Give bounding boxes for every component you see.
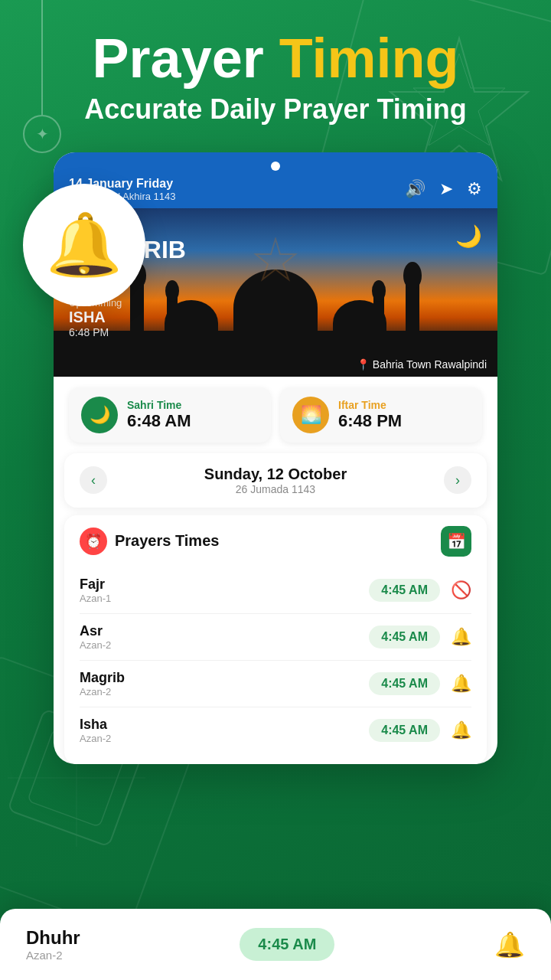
dhuhr-info: Dhuhr Azan-2 (26, 927, 80, 962)
fajr-azan: Azan-1 (80, 593, 111, 604)
fajr-info: Fajr Azan-1 (80, 577, 111, 604)
isha-bell-icon[interactable]: 🔔 (451, 720, 471, 740)
status-dot (271, 162, 280, 171)
svg-point-23 (372, 280, 386, 302)
fajr-row: Fajr Azan-1 4:45 AM 🚫 (80, 567, 471, 614)
magrib-name: Magrib (80, 670, 125, 686)
sahri-time: 6:48 AM (127, 411, 191, 431)
calendar-button[interactable]: 📅 (441, 526, 471, 557)
magrib-info: Magrib Azan-2 (80, 670, 125, 697)
magrib-bell-icon[interactable]: 🔔 (451, 674, 471, 694)
asr-info: Asr Azan-2 (80, 623, 111, 651)
upcoming-time: 6:48 PM (69, 326, 122, 338)
title-block: Prayer Timing Accurate Daily Prayer Timi… (38, 31, 513, 128)
asr-time: 4:45 AM (369, 626, 440, 648)
dhuhr-time: 4:45 AM (240, 928, 334, 961)
location-text: Bahria Town Rawalpindi (373, 358, 487, 371)
asr-name: Asr (80, 623, 111, 639)
dhuhr-bell-icon[interactable]: 🔔 (494, 930, 525, 959)
location-bar: 📍 Bahria Town Rawalpindi (357, 358, 487, 371)
svg-rect-9 (233, 308, 318, 354)
upcoming-name: ISHA (69, 309, 122, 326)
asr-azan: Azan-2 (80, 639, 111, 651)
bell-icon: 🔔 (46, 209, 122, 281)
iftar-label: Iftar Time (338, 399, 402, 411)
dhuhr-name: Dhuhr (26, 927, 80, 949)
star-mid-deco (253, 237, 298, 286)
moon-icon: 🌙 (455, 224, 482, 249)
subtitle: Accurate Daily Prayer Timing (38, 92, 513, 128)
magrib-right: 4:45 AM 🔔 (369, 672, 471, 695)
date-nav: ‹ Sunday, 12 October 26 Jumada 1143 › (64, 453, 487, 508)
prayers-section: ⏰ Prayers Times 📅 Fajr Azan-1 4:45 AM 🚫 (64, 515, 487, 764)
main-content: Prayer Timing Accurate Daily Prayer Timi… (0, 0, 551, 980)
top-icons: 🔊 ➤ ⚙ (405, 179, 482, 199)
fajr-time: 4:45 AM (369, 579, 440, 602)
prev-date-button[interactable]: ‹ (80, 466, 107, 494)
magrib-time: 4:45 AM (369, 672, 440, 695)
iftar-icon: 🌅 (301, 405, 321, 425)
location-pin-icon: 📍 (357, 358, 370, 371)
volume-icon[interactable]: 🔊 (405, 179, 425, 199)
magrib-row: Magrib Azan-2 4:45 AM 🔔 (80, 661, 471, 707)
share-icon[interactable]: ➤ (439, 179, 453, 199)
app-top-bar: 14 January Friday 11 Jumadal Akhira 1143… (69, 174, 482, 208)
date-hijri-nav: 26 Jumada 1143 (204, 483, 347, 495)
isha-right: 4:45 AM 🔔 (369, 719, 471, 742)
svg-marker-6 (256, 239, 295, 279)
next-date-button[interactable]: › (444, 466, 471, 494)
isha-time: 4:45 AM (369, 719, 440, 742)
fajr-bell-icon[interactable]: 🚫 (451, 580, 471, 600)
settings-icon[interactable]: ⚙ (467, 179, 482, 199)
iftar-info: Iftar Time 6:48 PM (338, 399, 402, 431)
fajr-name: Fajr (80, 577, 111, 593)
isha-azan: Azan-2 (80, 733, 111, 744)
sahri-info: Sahri Time 6:48 AM (127, 399, 191, 431)
asr-row: Asr Azan-2 4:45 AM 🔔 (80, 614, 471, 661)
title-prayer: Prayer (93, 28, 264, 89)
asr-right: 4:45 AM 🔔 (369, 626, 471, 648)
sahri-card: 🌙 Sahri Time 6:48 AM (69, 387, 271, 443)
iftar-icon-circle: 🌅 (292, 397, 329, 433)
time-row: 🌙 Sahri Time 6:48 AM 🌅 Iftar Time 6:48 P… (54, 377, 497, 453)
status-bar (69, 162, 482, 171)
bell-container: 🔔 (23, 184, 145, 306)
sahri-icon: 🌙 (90, 405, 110, 425)
prayers-title-row: ⏰ Prayers Times (80, 528, 219, 555)
dhuhr-overlay: Dhuhr Azan-2 4:45 AM 🔔 (0, 909, 551, 980)
svg-rect-19 (410, 263, 415, 279)
svg-point-21 (165, 280, 179, 302)
asr-bell-icon[interactable]: 🔔 (451, 627, 471, 647)
fajr-right: 4:45 AM 🚫 (369, 579, 471, 602)
iftar-time: 6:48 PM (338, 411, 402, 431)
isha-name: Isha (80, 717, 111, 733)
isha-info: Isha Azan-2 (80, 717, 111, 744)
magrib-azan: Azan-2 (80, 686, 125, 697)
title-timing: Timing (279, 28, 459, 89)
prayers-title: Prayers Times (115, 532, 219, 550)
iftar-card: 🌅 Iftar Time 6:48 PM (280, 387, 482, 443)
sahri-icon-circle: 🌙 (81, 397, 118, 433)
prayers-header: ⏰ Prayers Times 📅 (80, 526, 471, 557)
isha-row: Isha Azan-2 4:45 AM 🔔 (80, 707, 471, 753)
date-gregorian: Sunday, 12 October (204, 466, 347, 483)
date-center: Sunday, 12 October 26 Jumada 1143 (204, 466, 347, 495)
alarm-icon: ⏰ (80, 528, 107, 555)
sahri-label: Sahri Time (127, 399, 191, 411)
dhuhr-azan: Azan-2 (26, 949, 80, 962)
